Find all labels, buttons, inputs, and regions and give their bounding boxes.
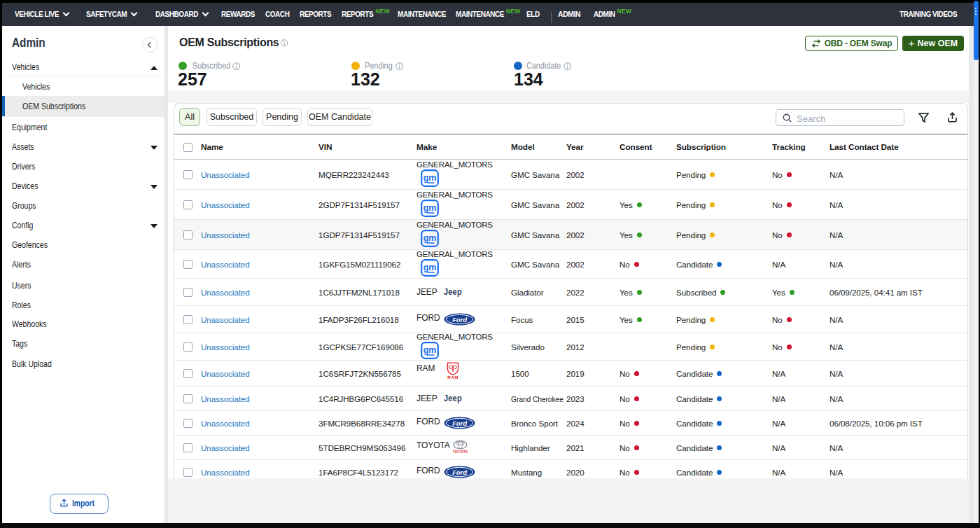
svg-text:gm: gm — [424, 263, 437, 272]
svg-text:gm: gm — [424, 345, 437, 355]
svg-text:RAM: RAM — [448, 375, 459, 380]
svg-text:gm: gm — [424, 203, 437, 213]
svg-text:Ford: Ford — [452, 316, 467, 324]
svg-text:gm: gm — [424, 173, 437, 183]
svg-text:Ford: Ford — [452, 419, 467, 427]
svg-text:Ford: Ford — [452, 468, 467, 476]
svg-text:gm: gm — [424, 233, 437, 243]
svg-text:TOYOTA: TOYOTA — [453, 450, 468, 454]
